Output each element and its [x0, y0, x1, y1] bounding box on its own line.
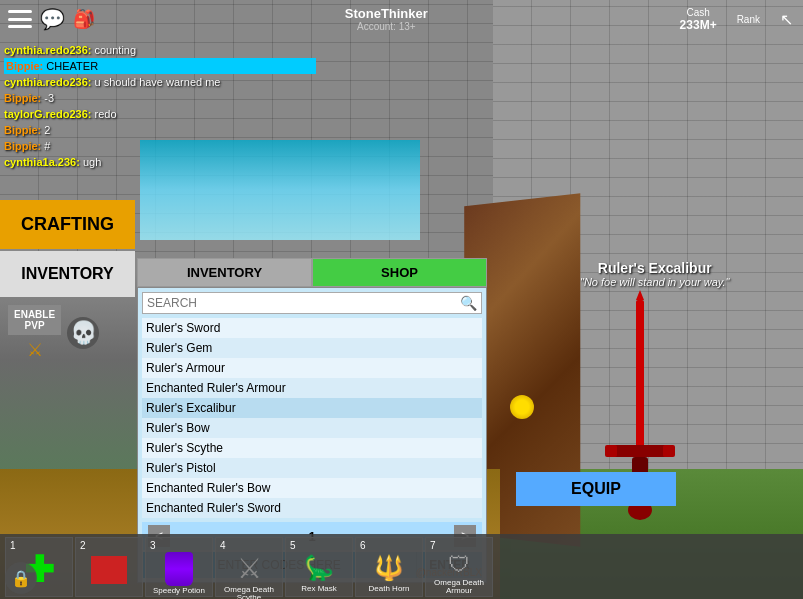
hotbar-slot-5[interactable]: 5 🦕 Rex Mask [285, 537, 353, 597]
rex-mask-icon: 🦕 [304, 554, 334, 582]
hotbar: 1 ✚ 2 3 Speedy Potion 4 ⚔ Omega Death Sc… [0, 534, 803, 599]
search-input[interactable] [147, 296, 460, 310]
cash-value: 233M+ [680, 18, 717, 32]
hotbar-label-5: Rex Mask [301, 585, 337, 594]
red-block-icon [91, 556, 127, 584]
hamburger-line [8, 25, 32, 28]
tab-inventory[interactable]: INVENTORY [137, 258, 312, 287]
hotbar-num-3: 3 [150, 540, 156, 551]
list-item[interactable]: Enchanted Ruler's Sword [142, 498, 482, 518]
chat-line: cynthia1a.236: ugh [4, 154, 316, 170]
inventory-button[interactable]: INVENTORY [0, 251, 135, 297]
chat-username: Bippie: [6, 60, 43, 72]
chat-username: Bippie: [4, 140, 41, 152]
chat-message: counting [94, 44, 136, 56]
player-account: Account: 13+ [357, 21, 416, 32]
chat-message: # [44, 140, 50, 152]
hotbar-item-4: ⚔ [231, 552, 267, 585]
svg-rect-1 [610, 445, 670, 457]
hotbar-num-4: 4 [220, 540, 226, 551]
top-bar-right: Cash 233M+ Rank ↖ [670, 7, 803, 32]
menu-icon[interactable] [8, 10, 32, 28]
sword-display: Ruler's Excalibur "No foe will stand in … [580, 260, 729, 288]
hotbar-item-7: 🛡 [441, 552, 477, 578]
hamburger-line [8, 10, 32, 13]
skull-icon: 💀 [67, 317, 99, 349]
chat-message: 2 [44, 124, 50, 136]
backpack-icon[interactable]: 🎒 [73, 8, 95, 30]
tab-shop[interactable]: SHOP [312, 258, 487, 287]
chat-message: CHEATER [46, 60, 98, 72]
chat-username: Bippie: [4, 92, 41, 104]
hotbar-slot-6[interactable]: 6 🔱 Death Horn [355, 537, 423, 597]
list-item[interactable]: Ruler's Gem [142, 338, 482, 358]
chat-icon[interactable]: 💬 [40, 7, 65, 31]
chat-line: Bippie: # [4, 138, 316, 154]
hotbar-slot-3[interactable]: 3 Speedy Potion [145, 537, 213, 597]
speedy-potion-icon [165, 552, 193, 586]
player-name: StoneThinker [345, 6, 428, 21]
rank-stat: Rank [737, 14, 760, 25]
chat-line: Bippie: 2 [4, 122, 316, 138]
hotbar-num-5: 5 [290, 540, 296, 551]
item-list: Ruler's Sword Ruler's Gem Ruler's Armour… [142, 318, 482, 518]
hotbar-num-6: 6 [360, 540, 366, 551]
enable-pvp-button[interactable]: ENABLE PVP [8, 305, 61, 335]
cursor-icon: ↖ [780, 10, 793, 29]
equip-button[interactable]: EQUIP [516, 472, 676, 506]
chat-message: ugh [83, 156, 101, 168]
list-item[interactable]: Enchanted Ruler's Armour [142, 378, 482, 398]
hotbar-item-5: 🦕 [301, 552, 337, 584]
chat-message: u should have warned me [94, 76, 220, 88]
chat-line-highlight: Bippie: CHEATER [4, 58, 316, 74]
chat-username: cynthia.redo236: [4, 76, 91, 88]
sword-icon-left: ⚔ [27, 339, 43, 361]
list-item-selected[interactable]: Ruler's Excalibur [142, 398, 482, 418]
hotbar-label-4: Omega Death Scythe [218, 586, 280, 600]
svg-rect-6 [663, 445, 675, 457]
sword-icons: ⚔ [27, 339, 43, 361]
hotbar-label-7: Omega Death Armour [428, 579, 490, 597]
chat-line: taylorG.redo236: redo [4, 106, 316, 122]
pvp-area: ENABLE PVP ⚔ 💀 [0, 297, 135, 369]
hamburger-line [8, 18, 32, 21]
hotbar-item-2 [91, 552, 127, 588]
svg-rect-5 [605, 445, 617, 457]
chat-area: cynthia.redo236: counting Bippie: CHEATE… [0, 38, 320, 174]
chat-message: -3 [44, 92, 54, 104]
hotbar-label-3: Speedy Potion [153, 587, 205, 596]
chat-line: cynthia.redo236: u should have warned me [4, 74, 316, 90]
crafting-button[interactable]: CRAFTING [0, 200, 135, 249]
list-item[interactable]: Ruler's Armour [142, 358, 482, 378]
search-row: 🔍 [142, 292, 482, 314]
sword-name: Ruler's Excalibur [580, 260, 729, 276]
chat-username: cynthia.redo236: [4, 44, 91, 56]
svg-rect-0 [636, 300, 644, 460]
list-item[interactable]: Ruler's Sword [142, 318, 482, 338]
pvp-label: ENABLE [14, 309, 55, 320]
list-item[interactable]: Ruler's Scythe [142, 438, 482, 458]
cash-stat: Cash 233M+ [680, 7, 717, 32]
hotbar-item-3 [161, 552, 197, 586]
hotbar-slot-7[interactable]: 7 🛡 Omega Death Armour [425, 537, 493, 597]
hotbar-num-7: 7 [430, 540, 436, 551]
chat-line: cynthia.redo236: counting [4, 42, 316, 58]
sword-quote: "No foe will stand in your way." [580, 276, 729, 288]
list-item[interactable]: Ruler's Bow [142, 418, 482, 438]
hotbar-num-1: 1 [10, 540, 16, 551]
death-horn-icon: 🔱 [374, 554, 404, 582]
cash-label: Cash [686, 7, 709, 18]
hotbar-slot-2[interactable]: 2 [75, 537, 143, 597]
hotbar-slot-4[interactable]: 4 ⚔ Omega Death Scythe [215, 537, 283, 597]
left-panel: CRAFTING INVENTORY ENABLE PVP ⚔ 💀 [0, 200, 135, 369]
player-info: StoneThinker Account: 13+ [103, 6, 670, 32]
gold-coin-decoration [510, 395, 534, 419]
list-item[interactable]: Ruler's Pistol [142, 458, 482, 478]
list-item[interactable]: Enchanted Ruler's Bow [142, 478, 482, 498]
lock-icon[interactable]: 🔒 [5, 562, 37, 594]
svg-marker-4 [636, 290, 644, 300]
chat-line: Bippie: -3 [4, 90, 316, 106]
pvp-label2: PVP [25, 320, 45, 331]
scythe-icon: ⚔ [237, 552, 262, 585]
hotbar-item-6: 🔱 [371, 552, 407, 584]
